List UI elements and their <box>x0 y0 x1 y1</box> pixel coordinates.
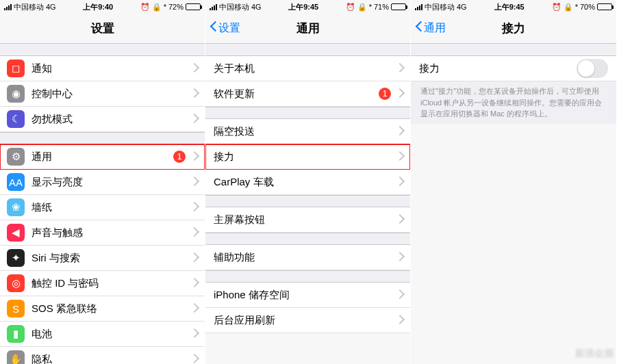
bluetooth-icon: * <box>369 3 372 11</box>
settings-row[interactable]: 主屏幕按钮 <box>205 207 410 233</box>
row-icon: ◎ <box>7 274 25 292</box>
glyph-icon: ❀ <box>12 201 21 213</box>
section-gap <box>205 107 410 119</box>
status-left: 中国移动4G <box>4 2 56 12</box>
settings-row[interactable]: ❀墙纸 <box>0 195 205 220</box>
settings-list: 接力通过"接力"功能，您在某设备开始操作后，可立即使用 iCloud 帐户从另一… <box>411 44 616 364</box>
row-label: 触控 ID 与密码 <box>31 277 191 290</box>
settings-row[interactable]: ✦Siri 与搜索 <box>0 246 205 271</box>
battery-icon <box>186 3 201 10</box>
back-button[interactable]: 通用 <box>415 21 446 36</box>
settings-row[interactable]: ⚙通用1 <box>0 144 205 170</box>
settings-row[interactable]: iPhone 储存空间 <box>205 283 410 308</box>
toggle-switch[interactable] <box>577 59 608 78</box>
row-icon: ☾ <box>7 110 25 128</box>
row-label: 控制中心 <box>31 88 191 101</box>
settings-row[interactable]: SSOS 紧急联络 <box>0 296 205 322</box>
settings-row[interactable]: ✋隐私 <box>0 347 205 364</box>
battery-icon <box>391 3 406 10</box>
carrier-label: 中国移动 <box>14 2 44 12</box>
settings-row[interactable]: ▮电池 <box>0 322 205 347</box>
alarm-icon: ⏰ <box>346 3 355 12</box>
chevron-right-icon <box>191 279 197 288</box>
glyph-icon: ◻ <box>12 62 20 75</box>
chevron-right-icon <box>191 229 197 237</box>
row-label: SOS 紧急联络 <box>31 302 191 315</box>
section-gap <box>205 195 410 207</box>
glyph-icon: AA <box>9 177 23 188</box>
settings-row[interactable]: 隔空投送 <box>205 119 410 144</box>
chevron-right-icon <box>396 178 402 187</box>
row-label: 勿扰模式 <box>31 113 191 126</box>
status-time: 上午9:40 <box>83 2 113 12</box>
network-label: 4G <box>251 3 262 11</box>
glyph-icon: ✦ <box>12 252 21 264</box>
status-bar: 中国移动4G上午9:45⏰🔒*71% <box>205 0 410 14</box>
chevron-right-icon <box>191 115 197 124</box>
back-button[interactable]: 设置 <box>210 21 240 36</box>
settings-row[interactable]: ◀声音与触感 <box>0 220 205 246</box>
row-label: 电池 <box>31 328 191 341</box>
settings-row[interactable]: ◉控制中心 <box>0 81 205 107</box>
chevron-right-icon <box>396 127 402 136</box>
phone-screen-0: 中国移动4G上午9:40⏰🔒*72%设置◻通知◉控制中心☾勿扰模式⚙通用1AA显… <box>0 0 205 364</box>
carrier-label: 中国移动 <box>425 2 455 12</box>
settings-row[interactable]: 辅助功能 <box>205 245 410 270</box>
row-label: 声音与触感 <box>31 226 191 239</box>
settings-row[interactable]: 接力 <box>411 56 616 81</box>
battery-pct: 71% <box>374 3 389 11</box>
settings-row[interactable]: ☾勿扰模式 <box>0 107 205 132</box>
settings-row[interactable]: ◎触控 ID 与密码 <box>0 271 205 296</box>
network-label: 4G <box>46 3 56 11</box>
battery-pct: 72% <box>168 3 184 11</box>
settings-row[interactable]: AA显示与亮度 <box>0 170 205 195</box>
row-icon: ⚙ <box>7 148 25 166</box>
page-title: 通用 <box>296 21 320 36</box>
row-label: CarPlay 车载 <box>214 176 396 189</box>
network-label: 4G <box>457 3 467 11</box>
glyph-icon: ▮ <box>13 328 18 340</box>
page-title: 设置 <box>91 21 114 36</box>
chevron-right-icon <box>191 304 197 313</box>
settings-row[interactable]: ◻通知 <box>0 56 205 81</box>
battery-icon <box>597 3 612 10</box>
row-label: 墙纸 <box>31 201 191 214</box>
row-label: 隐私 <box>31 353 191 365</box>
row-icon: ✋ <box>7 350 25 364</box>
section-footer: 通过"接力"功能，您在某设备开始操作后，可立即使用 iCloud 帐户从另一设备… <box>411 81 616 124</box>
phone-screen-1: 中国移动4G上午9:45⏰🔒*71%设置通用关于本机软件更新1隔空投送接力Car… <box>205 0 411 364</box>
row-icon: ❀ <box>7 198 25 216</box>
row-icon: ◀ <box>7 224 25 242</box>
glyph-icon: S <box>12 303 19 315</box>
glyph-icon: ☾ <box>12 113 21 125</box>
row-label: 主屏幕按钮 <box>214 213 396 226</box>
lock-icon: 🔒 <box>152 3 162 12</box>
settings-row[interactable]: 软件更新1 <box>205 81 410 107</box>
row-label: 关于本机 <box>214 62 396 75</box>
status-right: ⏰🔒*72% <box>140 3 201 12</box>
settings-row[interactable]: CarPlay 车载 <box>205 170 410 195</box>
signal-icon <box>210 4 217 10</box>
settings-row[interactable]: 关于本机 <box>205 56 410 81</box>
glyph-icon: ◎ <box>12 277 21 289</box>
status-left: 中国移动4G <box>415 2 467 12</box>
settings-row[interactable]: 后台应用刷新 <box>205 308 410 333</box>
section-gap <box>0 44 205 56</box>
bluetooth-icon: * <box>575 3 578 11</box>
chevron-left-icon <box>415 23 422 35</box>
chevron-right-icon <box>191 330 197 339</box>
row-icon: S <box>7 300 25 317</box>
row-icon: AA <box>7 173 25 191</box>
settings-row[interactable]: 接力 <box>205 144 410 170</box>
nav-bar: 设置通用 <box>205 14 410 44</box>
section-gap <box>205 233 410 245</box>
chevron-right-icon <box>396 253 402 262</box>
watermark-text: 新浪众测 <box>575 348 614 360</box>
signal-icon <box>4 4 12 10</box>
row-label: 隔空投送 <box>214 125 396 138</box>
page-title: 接力 <box>502 21 525 36</box>
section-gap <box>205 44 410 56</box>
row-label: 辅助功能 <box>214 251 396 264</box>
row-label: iPhone 储存空间 <box>214 289 396 302</box>
chevron-right-icon <box>396 64 402 73</box>
